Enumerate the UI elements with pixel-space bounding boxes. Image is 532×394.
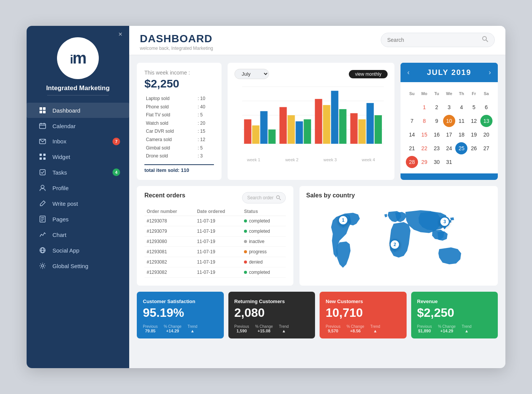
sidebar-item-dashboard[interactable]: Dashboard	[27, 103, 129, 118]
income-item: Watch sold: 20	[144, 119, 214, 128]
orders-header: Recent orders Search order	[144, 192, 286, 203]
income-card: This week income : $2,250 Laptop sold: 1…	[137, 63, 222, 180]
calendar-day[interactable]: 13	[480, 115, 492, 127]
income-label: This week income :	[144, 70, 214, 76]
world-map: 1 2 3	[306, 203, 491, 280]
calendar-day[interactable]: 15	[418, 129, 431, 141]
stat-footer-value: $1,890	[418, 329, 431, 333]
search-input[interactable]	[387, 37, 482, 43]
calendar-day[interactable]: 29	[418, 156, 431, 168]
income-item: Car DVR sold: 15	[144, 127, 214, 136]
calendar-day[interactable]: 7	[406, 115, 418, 127]
calendar-next-button[interactable]: ›	[489, 68, 491, 76]
map-pin-1: 1	[338, 215, 348, 226]
calendar-day[interactable]: 18	[455, 129, 467, 141]
calendar-day[interactable]: 30	[431, 156, 443, 168]
svg-rect-10	[43, 154, 46, 156]
sidebar-item-label: Calendar	[52, 123, 76, 129]
svg-rect-1	[43, 107, 46, 110]
stat-footer: Previous 9,570 % Change +8.56 Trend ▲	[326, 324, 401, 333]
table-row: #1293082 11-07-19 denied	[144, 257, 286, 267]
order-number: #1293078	[144, 216, 195, 226]
calendar-day[interactable]: 25	[455, 142, 467, 154]
calendar-day[interactable]: 17	[443, 129, 455, 141]
calendar-day[interactable]: 14	[406, 129, 418, 141]
search-bar	[381, 33, 495, 47]
sidebar-item-widget[interactable]: Widget	[27, 149, 129, 164]
order-date: 11-07-19	[195, 267, 242, 277]
order-status: inactive	[242, 236, 286, 246]
stat-footer-item: Previous 79.85	[143, 324, 158, 333]
orders-title: Recent orders	[144, 192, 185, 199]
calendar-day[interactable]: 21	[406, 142, 418, 154]
calendar-day[interactable]: 8	[418, 115, 431, 127]
calendar-day[interactable]: 23	[431, 142, 443, 154]
income-items: Laptop sold: 10Phone sold: 40Flat TV sol…	[144, 95, 214, 160]
calendar-day[interactable]: 28	[406, 156, 418, 168]
stat-value: 2,080	[234, 306, 309, 320]
sidebar-item-pages[interactable]: Pages	[27, 211, 129, 227]
orders-table: Order number Date ordered Status #129307…	[144, 207, 286, 278]
stat-value: $2,250	[417, 306, 492, 320]
sidebar-item-chart[interactable]: Chart	[27, 227, 129, 242]
stat-value: 95.19%	[143, 306, 218, 320]
sidebar-item-global-setting[interactable]: Global Setting	[27, 258, 129, 273]
calendar-day[interactable]: 19	[468, 129, 480, 141]
search-icon[interactable]	[482, 36, 488, 44]
view-monthly-button[interactable]: view monthly	[349, 70, 387, 78]
order-date: 11-07-19	[195, 257, 242, 267]
stat-footer-value: +14.29	[440, 329, 453, 333]
week-label: week 1	[247, 157, 260, 162]
calendar-day[interactable]: 10	[443, 115, 455, 127]
calendar-day[interactable]: 16	[431, 129, 443, 141]
calendar-day[interactable]: 26	[468, 142, 480, 154]
svg-rect-4	[40, 124, 46, 129]
nav-list: Dashboard Calendar Inbox 7	[27, 102, 129, 274]
calendar-day[interactable]: 20	[480, 129, 492, 141]
calendar-prev-button[interactable]: ‹	[407, 68, 410, 76]
app-window: × im Integrated Marketing Dashboard Cale…	[27, 26, 505, 368]
calendar-day[interactable]: 9	[431, 115, 443, 127]
chart-month-dropdown[interactable]: July August	[234, 69, 269, 79]
calendar-day[interactable]: 6	[480, 101, 492, 113]
orders-search-bar[interactable]: Search order	[242, 192, 285, 203]
income-item-name: Watch sold	[144, 119, 196, 128]
sidebar-item-calendar[interactable]: Calendar	[27, 118, 129, 133]
week-label: week 3	[323, 157, 337, 162]
calendar-day[interactable]: 31	[443, 156, 455, 168]
table-row: #1293082 11-07-19 completed	[144, 267, 286, 277]
stat-title: New Customers	[326, 299, 401, 304]
gear-icon	[38, 262, 47, 269]
calendar-day[interactable]: 2	[431, 101, 443, 113]
sidebar-item-write-post[interactable]: Write post	[27, 196, 129, 211]
col-order-number: Order number	[144, 207, 195, 216]
stat-title: Revenue	[417, 299, 492, 304]
income-item-value: : 12	[196, 136, 214, 144]
sidebar-item-inbox[interactable]: Inbox 7	[27, 134, 129, 149]
calendar-day[interactable]: 22	[418, 142, 431, 154]
calendar-weekday-header: We	[443, 87, 455, 100]
calendar-icon	[38, 122, 47, 129]
stat-footer-label: % Change	[164, 324, 182, 329]
income-item-value: : 3	[196, 152, 214, 160]
week-label: week 4	[362, 157, 375, 162]
calendar-day[interactable]: 4	[455, 101, 467, 113]
calendar-day[interactable]: 11	[455, 115, 467, 127]
main-content: Dashboard welcome back, Integrated Marke…	[129, 26, 505, 368]
middle-row: Recent orders Search order Order number …	[137, 186, 498, 286]
calendar-day[interactable]: 12	[468, 115, 480, 127]
stats-row: Customer Satisfaction 95.19% Previous 79…	[137, 292, 498, 338]
calendar-day[interactable]: 1	[418, 101, 431, 113]
close-button[interactable]: ×	[118, 30, 122, 38]
calendar-day[interactable]: 27	[480, 142, 492, 154]
sidebar-item-social-app[interactable]: Social App	[27, 243, 129, 258]
sidebar-item-profile[interactable]: Profile	[27, 180, 129, 195]
calendar-day[interactable]: 3	[443, 101, 455, 113]
income-item-value: : 5	[196, 111, 214, 119]
top-row: This week income : $2,250 Laptop sold: 1…	[137, 63, 498, 180]
calendar-day[interactable]: 5	[468, 101, 480, 113]
calendar-day[interactable]: 24	[443, 142, 455, 154]
sidebar-item-tasks[interactable]: Tasks 4	[27, 165, 129, 180]
svg-rect-12	[43, 157, 46, 160]
stat-footer-value: ▲	[373, 329, 377, 333]
